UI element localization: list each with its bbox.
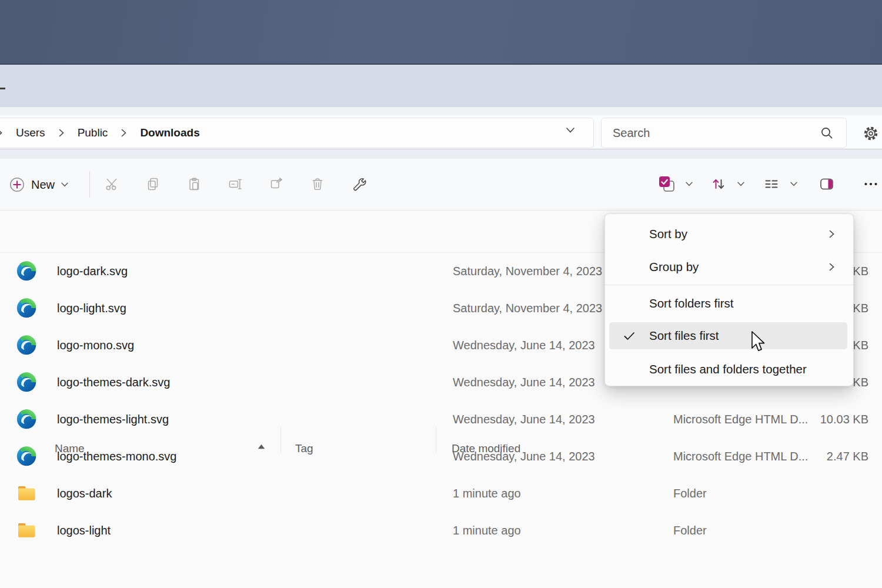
wrench-icon [351, 176, 366, 192]
multi-select-dropdown[interactable] [685, 180, 693, 188]
menu-item-group-by[interactable]: Group by [605, 250, 853, 283]
breadcrumb: Users Public Downloads [0, 118, 200, 148]
desktop-wallpaper [0, 0, 882, 65]
copy-icon [145, 176, 161, 192]
view-list-icon [764, 176, 779, 192]
file-date: Wednesday, June 14, 2023 [453, 364, 595, 401]
sort-icon [711, 176, 726, 192]
toolbar-separator [89, 171, 90, 198]
search-input[interactable] [602, 126, 813, 140]
chevron-down-icon [737, 182, 744, 186]
multi-select-button[interactable] [654, 171, 680, 197]
folder-row[interactable]: logos-dark 1 minute ago Folder [0, 475, 882, 512]
file-name: logo-themes-dark.svg [57, 364, 170, 401]
chevron-down-icon [686, 182, 693, 186]
file-name: logo-themes-mono.svg [57, 438, 176, 475]
rename-button[interactable] [222, 171, 248, 197]
command-bar [0, 159, 882, 211]
folder-row[interactable]: logos-light 1 minute ago Folder [0, 512, 882, 549]
menu-item-label: Sort files and folders together [649, 362, 807, 376]
file-name: logo-dark.svg [57, 253, 128, 290]
breadcrumb-item-public[interactable]: Public [78, 126, 108, 139]
menu-item-sort-files-and-folders-together[interactable]: Sort files and folders together [605, 353, 853, 386]
delete-button[interactable] [305, 171, 330, 197]
paste-icon [186, 176, 202, 192]
paste-button[interactable] [181, 171, 207, 197]
file-size [774, 475, 868, 512]
file-date: Wednesday, June 14, 2023 [453, 401, 595, 438]
cut-button[interactable] [99, 171, 125, 197]
search-box[interactable] [601, 118, 847, 148]
rename-icon [228, 176, 243, 192]
file-row[interactable]: logo-themes-light.svg Wednesday, June 14… [0, 401, 882, 438]
settings-button[interactable] [861, 125, 881, 142]
file-name: logo-themes-light.svg [57, 401, 169, 438]
ellipsis-icon [863, 176, 878, 192]
file-name: logo-mono.svg [57, 327, 134, 364]
menu-item-sort-by[interactable]: Sort by [605, 218, 853, 250]
edge-file-icon [16, 261, 36, 281]
multi-select-icon [658, 175, 676, 193]
gear-icon [863, 125, 879, 142]
edge-file-icon [16, 298, 36, 318]
folder-icon [16, 483, 36, 503]
share-button[interactable] [263, 171, 289, 197]
details-pane-icon [819, 176, 834, 192]
file-row[interactable]: logo-themes-mono.svg Wednesday, June 14,… [0, 438, 882, 475]
file-date: Wednesday, June 14, 2023 [453, 327, 595, 364]
plus-circle-icon [9, 177, 25, 192]
new-button-label: New [31, 178, 55, 192]
file-date: Saturday, November 4, 2023 [453, 290, 602, 327]
menu-separator [605, 285, 853, 285]
menu-item-label: Sort folders first [649, 296, 734, 310]
file-size: 10.03 KB [774, 401, 868, 438]
cut-icon [104, 176, 119, 192]
trash-icon [310, 176, 325, 192]
chevron-down-icon [61, 182, 68, 187]
sort-dropdown[interactable] [737, 180, 745, 188]
sort-button[interactable] [706, 171, 731, 197]
file-type: Folder [673, 512, 707, 549]
edge-file-icon [16, 335, 36, 355]
folder-icon [16, 520, 36, 540]
clipped-tab-glyph [0, 88, 5, 89]
breadcrumb-item-users[interactable]: Users [16, 126, 45, 139]
sort-context-menu: Sort by Group by Sort folders first Sort… [604, 213, 854, 386]
file-name: logos-dark [57, 475, 112, 512]
share-icon [269, 176, 284, 192]
chevron-down-icon [790, 182, 797, 186]
file-name: logo-light.svg [57, 290, 126, 327]
copy-button[interactable] [140, 171, 166, 197]
chevron-right-icon [0, 129, 2, 137]
checkmark-icon [624, 332, 635, 340]
file-size: 2.47 KB [774, 438, 868, 475]
menu-item-label: Sort files first [649, 329, 719, 343]
details-pane-button[interactable] [814, 171, 840, 197]
chrome-strip-lower [0, 149, 882, 159]
menu-item-sort-files-first[interactable]: Sort files first [609, 322, 847, 349]
new-button[interactable]: New [4, 172, 74, 198]
chevron-right-icon [829, 263, 834, 271]
chrome-strip [0, 107, 882, 115]
file-date: 1 minute ago [453, 512, 521, 549]
tools-button[interactable] [346, 171, 372, 197]
chevron-right-icon [59, 129, 64, 137]
file-date: Saturday, November 4, 2023 [453, 253, 602, 290]
breadcrumb-item-downloads[interactable]: Downloads [140, 126, 199, 139]
chevron-right-icon [121, 129, 126, 137]
window-titlebar [0, 65, 882, 107]
menu-item-label: Group by [649, 260, 699, 274]
chevron-right-icon [829, 230, 834, 238]
edge-file-icon [16, 446, 36, 466]
more-button[interactable] [858, 171, 882, 197]
search-icon [820, 126, 834, 140]
address-dropdown-button[interactable] [566, 127, 575, 133]
file-type: Folder [673, 475, 707, 512]
view-dropdown[interactable] [790, 180, 798, 188]
file-date: 1 minute ago [453, 475, 521, 512]
menu-item-label: Sort by [649, 227, 687, 241]
file-name: logos-light [57, 512, 111, 549]
file-size [774, 512, 868, 549]
menu-item-sort-folders-first[interactable]: Sort folders first [605, 287, 853, 320]
view-button[interactable] [759, 171, 784, 197]
